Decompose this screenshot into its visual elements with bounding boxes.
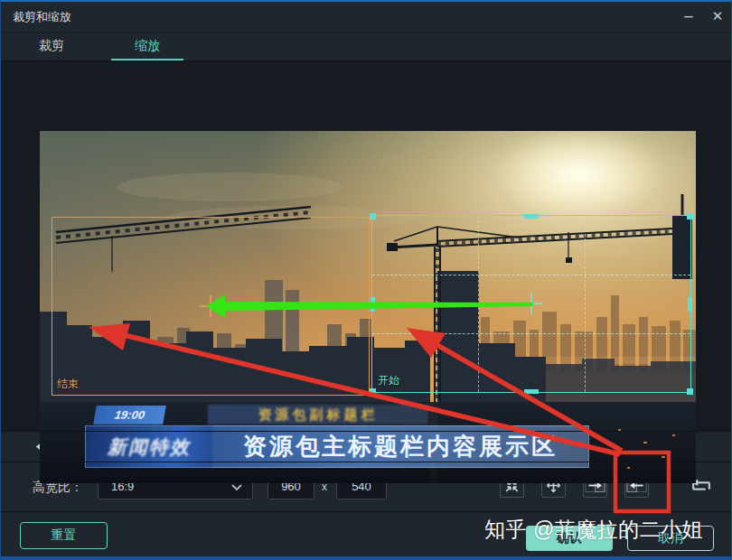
resize-handle[interactable] (370, 388, 376, 395)
divider (0, 431, 732, 432)
crop-zoom-dialog: 裁剪和缩放 – ✕ 裁剪 缩放 (0, 0, 732, 560)
caption-time: 19:00 (93, 406, 166, 425)
dialog-title: 裁剪和缩放 (13, 2, 71, 33)
resize-handle[interactable] (687, 388, 693, 395)
thirds-gridline (372, 275, 690, 275)
title-bar: 裁剪和缩放 – ✕ (0, 2, 732, 33)
watermark-text: 知乎 @菲魔拉的二小姐 (484, 516, 703, 544)
window-border-left (0, 0, 1, 560)
chevron-down-icon (231, 484, 242, 491)
thirds-gridline (372, 333, 690, 334)
thirds-gridline (478, 216, 479, 392)
divider (0, 462, 732, 462)
start-box-label: 开始 (378, 373, 399, 388)
start-crop-box[interactable]: 开始 (371, 215, 691, 393)
close-icon[interactable]: ✕ (705, 2, 730, 33)
window-border-bottom (0, 556, 732, 560)
tab-bar: 裁剪 缩放 (0, 33, 732, 61)
resize-handle[interactable] (524, 214, 539, 219)
minimize-icon[interactable]: – (676, 2, 701, 33)
caption-subtitle: 资源包副标题栏 (208, 405, 428, 425)
thirds-gridline (585, 216, 586, 392)
resize-handle[interactable] (688, 297, 692, 312)
tab-zoom[interactable]: 缩放 (111, 33, 183, 61)
end-box-label: 结束 (57, 377, 79, 392)
resize-handle[interactable] (687, 213, 693, 219)
resize-handle[interactable] (524, 389, 539, 394)
tab-crop[interactable]: 裁剪 (15, 33, 88, 61)
window-border-top (0, 0, 732, 2)
reset-button[interactable]: 重置 (20, 522, 108, 549)
resize-handle[interactable] (370, 213, 376, 219)
divider (0, 33, 732, 33)
end-crop-box[interactable]: 结束 (52, 217, 370, 396)
resize-handle[interactable] (371, 297, 375, 312)
divider (0, 61, 732, 61)
preview-area: 19:00 资源包副标题栏 新闻特效 资源包主标题栏内容展示区 结束 (0, 61, 732, 431)
divider (0, 511, 732, 512)
